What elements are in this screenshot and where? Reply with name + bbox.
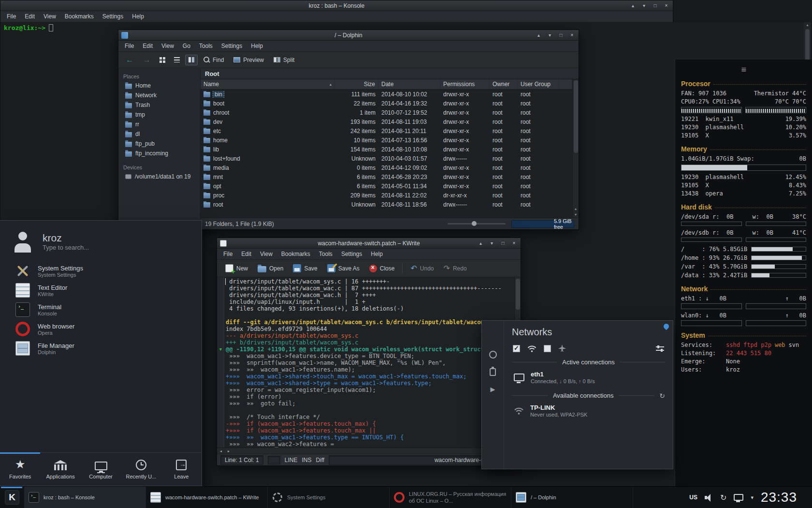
file-row[interactable]: media 0 items 2014-04-12 09:02 drwxr-xr-…	[201, 163, 572, 172]
text-editor-area[interactable]: drivers/input/tablet/wacom_sys.c | 16 ++…	[217, 277, 514, 448]
minimize-button[interactable]: ▾	[546, 31, 553, 39]
keep-above-button[interactable]: ▴	[629, 2, 637, 9]
column-header-group[interactable]: User Group	[518, 79, 559, 89]
scrollbar-thumb[interactable]	[516, 279, 520, 310]
task-dolphin[interactable]: / – Dolphin	[511, 487, 633, 508]
menu-item[interactable]: Bookmarks	[277, 250, 315, 258]
menu-item[interactable]: Bookmarks	[60, 12, 98, 21]
refresh-tray-icon[interactable]: ↻	[720, 493, 726, 502]
menu-item[interactable]: Help	[246, 42, 267, 50]
menu-item[interactable]: Edit	[138, 42, 157, 50]
clipboard-icon[interactable]	[490, 368, 496, 376]
menu-item[interactable]: View	[157, 42, 178, 50]
menu-item[interactable]: Help	[366, 250, 387, 258]
menu-item[interactable]: Settings	[217, 42, 246, 50]
menu-item[interactable]: File	[2, 12, 20, 21]
minimize-button[interactable]: ▾	[488, 239, 495, 247]
icons-view-button[interactable]	[156, 55, 169, 65]
menu-item[interactable]: View	[256, 250, 277, 258]
file-row[interactable]: etc 242 items 2014-08-11 20:11 drwxr-xr-…	[201, 126, 572, 135]
clock[interactable]: 23:33	[761, 490, 797, 505]
menu-item[interactable]: Tools	[315, 250, 337, 258]
maximize-button[interactable]: □	[652, 2, 659, 9]
column-header-permissions[interactable]: Permissions	[440, 79, 490, 89]
file-row[interactable]: mnt 6 items 2014-06-28 20:23 drwxr-xr-x …	[201, 172, 572, 181]
wifi-checkbox[interactable]	[544, 345, 551, 352]
undo-button[interactable]: ↶Undo	[406, 262, 438, 275]
location-bar[interactable]: Root	[201, 68, 579, 79]
place-item[interactable]: ftp_pub	[118, 139, 200, 149]
display-settings-icon[interactable]	[734, 494, 743, 501]
new-button[interactable]: New	[221, 262, 252, 275]
place-item[interactable]: Trash	[118, 100, 200, 110]
minimize-button[interactable]: ▾	[640, 2, 648, 9]
connection-eth1[interactable]: eth1 Connected, ↓ 0 B/s, ↑ 0 B/s	[512, 367, 665, 388]
menu-item[interactable]: Help	[128, 12, 148, 21]
dolphin-scrollbar[interactable]: ▴ ▾	[572, 79, 579, 218]
task-konsole[interactable]: kroz : bash – Konsole	[24, 487, 146, 508]
file-row[interactable]: bin 111 items 2014-08-10 10:02 drwxr-xr-…	[201, 90, 572, 99]
columns-view-button[interactable]	[185, 55, 198, 65]
menu-item[interactable]: Settings	[337, 250, 366, 258]
close-document-button[interactable]: Close	[365, 262, 399, 275]
connection-tplink[interactable]: TP-LINK Never used, WPA2-PSK	[512, 401, 665, 421]
menu-item[interactable]: File	[120, 42, 138, 50]
place-item[interactable]: rr	[118, 120, 200, 129]
slider-knob[interactable]	[472, 221, 477, 226]
konsole-titlebar[interactable]: kroz : bash – Konsole ▴ ▾ □ ×	[0, 0, 673, 11]
kickoff-item-system-settings[interactable]: System SettingsSystem Settings	[14, 263, 188, 279]
menu-item[interactable]: File	[219, 250, 237, 258]
refresh-icon[interactable]: ↻	[659, 392, 665, 399]
file-row[interactable]: lost+found Unknown 2010-04-03 01:57 drwx…	[201, 154, 572, 163]
panel-menu-icon[interactable]: ≡	[681, 64, 806, 74]
place-item[interactable]: Network	[118, 90, 200, 100]
maximize-button[interactable]: □	[499, 239, 507, 247]
device-item[interactable]: /volume1/data1 on 19	[118, 172, 200, 181]
scroll-right-icon[interactable]: ▸	[225, 449, 232, 453]
fold-marker-icon[interactable]: ▼	[217, 347, 224, 352]
task-kwrite[interactable]: wacom-hardware-switch.patch – KWrite	[146, 487, 268, 508]
file-row[interactable]: dev 193 items 2014-08-11 19:03 drwxr-xr-…	[201, 117, 572, 126]
tab-favorites[interactable]: ★ Favorites	[0, 453, 40, 486]
kickoff-item-terminal[interactable]: TerminalKonsole	[14, 302, 188, 317]
column-header-size[interactable]: Size	[335, 79, 378, 89]
menu-item[interactable]: Edit	[237, 250, 256, 258]
scroll-up-icon[interactable]: ▴	[806, 22, 808, 28]
menu-item[interactable]: Tools	[195, 42, 217, 50]
file-row[interactable]: chroot 1 item 2010-07-12 19:52 drwxr-xr-…	[201, 108, 572, 117]
place-item[interactable]: ftp_incoming	[118, 149, 200, 158]
device-notifier-icon[interactable]	[489, 351, 497, 359]
zoom-slider[interactable]	[448, 223, 506, 224]
preview-button[interactable]: Preview	[230, 54, 268, 66]
volume-icon[interactable]	[705, 494, 713, 501]
scroll-up-icon[interactable]: ▴	[575, 206, 577, 212]
back-icon[interactable]: ←	[122, 55, 137, 65]
dolphin-titlebar[interactable]: / – Dolphin ▴ ▾ □ ×	[118, 30, 579, 41]
menu-item[interactable]: View	[39, 12, 60, 21]
place-item[interactable]: tmp	[118, 110, 200, 120]
expander-icon[interactable]: ▶	[491, 386, 495, 393]
forward-icon[interactable]: →	[139, 55, 154, 65]
open-button[interactable]: Open	[253, 262, 288, 275]
airplane-mode-icon[interactable]	[558, 344, 566, 352]
close-button[interactable]: ×	[568, 31, 576, 39]
kickoff-item-web-browser[interactable]: Web browserOpera	[14, 321, 188, 337]
column-header-date[interactable]: Date	[378, 79, 440, 89]
place-item[interactable]: Home	[118, 81, 200, 90]
find-button[interactable]: Find	[200, 54, 228, 66]
file-row[interactable]: home 10 items 2014-07-13 16:56 drwxr-xr-…	[201, 135, 572, 145]
details-view-button[interactable]	[171, 55, 183, 65]
column-header-name[interactable]: Name▴	[201, 79, 335, 89]
application-launcher-button[interactable]	[0, 487, 24, 508]
tab-computer[interactable]: Computer	[81, 453, 121, 486]
networking-checkbox[interactable]	[513, 345, 520, 352]
file-row[interactable]: root Unknown 2014-08-11 18:56 drwx------…	[201, 200, 572, 209]
menu-item[interactable]: Settings	[98, 12, 128, 21]
file-row[interactable]: proc 209 items 2014-08-11 22:02 dr-xr-xr…	[201, 191, 572, 200]
save-button[interactable]: Save	[289, 262, 321, 275]
scrollbar-thumb[interactable]	[574, 80, 578, 153]
column-header-owner[interactable]: Owner	[490, 79, 518, 89]
network-settings-icon[interactable]	[656, 345, 664, 352]
file-row[interactable]: opt 6 items 2014-05-01 11:34 drwxr-xr-x …	[201, 181, 572, 191]
close-button[interactable]: ×	[663, 2, 670, 9]
